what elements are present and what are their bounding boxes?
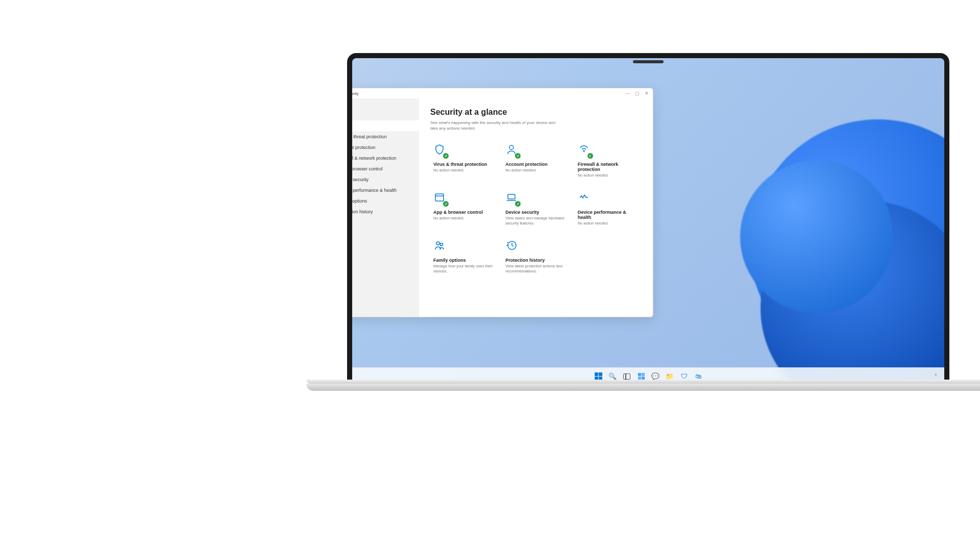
sidebar: ← ≡ ⌂Home◯Virus & threat protection◌Acco…	[347, 98, 419, 317]
card-title: App & browser control	[433, 210, 494, 215]
sidebar-item-device-security[interactable]: ▭Device security	[347, 174, 419, 185]
sidebar-item-label: Protection history	[347, 209, 373, 214]
sidebar-item-account-protection[interactable]: ◌Account protection	[347, 142, 419, 153]
sidebar-item-device-performance-health[interactable]: ♡Device performance & health	[347, 185, 419, 195]
sidebar-item-app-browser-control[interactable]: ▭App & browser control	[347, 163, 419, 174]
card-title: Device security	[505, 210, 566, 215]
card-title: Firewall & network protection	[578, 162, 639, 172]
browser-icon	[433, 191, 448, 206]
page-subtitle: See what's happening with the security a…	[430, 120, 563, 131]
sidebar-item-label: Family options	[347, 198, 367, 204]
laptop-base	[347, 380, 949, 396]
card-subtitle: No action needed.	[433, 168, 494, 173]
close-icon[interactable]: ✕	[645, 91, 649, 96]
card-title: Device performance & health	[578, 210, 639, 220]
maximize-icon[interactable]: ▢	[635, 91, 640, 96]
sidebar-item-label: Account protection	[347, 145, 376, 150]
card-device-security[interactable]: Device securityView status and manage ha…	[502, 187, 569, 230]
status-ok-badge	[515, 153, 521, 159]
card-title: Family options	[433, 258, 494, 263]
card-title: Virus & threat protection	[433, 162, 494, 167]
sidebar-item-label: Device performance & health	[347, 188, 397, 193]
screen: Windows Security ― ▢ ✕ ← ≡ ⌂Home◯Virus &…	[347, 53, 949, 385]
status-ok-badge	[515, 201, 521, 207]
card-subtitle: Manage how your family uses their device…	[433, 264, 494, 274]
card-subtitle: No action needed.	[433, 216, 494, 221]
heart-icon	[578, 191, 592, 206]
card-device-performance-health[interactable]: Device performance & healthNo action nee…	[575, 187, 642, 230]
svg-rect-2	[435, 194, 444, 201]
card-subtitle: View latest protection actions and recom…	[505, 264, 566, 274]
antenna-icon	[578, 143, 592, 158]
sidebar-item-label: Device security	[347, 177, 369, 182]
sidebar-item-label: Virus & threat protection	[347, 134, 386, 139]
page-title: Security at a glance	[430, 108, 642, 117]
svg-point-0	[509, 145, 513, 149]
windows-security-window: Windows Security ― ▢ ✕ ← ≡ ⌂Home◯Virus &…	[347, 88, 653, 317]
sidebar-item-label: App & browser control	[347, 166, 383, 171]
sidebar-item-virus-threat-protection[interactable]: ◯Virus & threat protection	[347, 131, 419, 142]
back-button[interactable]: ←	[347, 98, 419, 108]
sidebar-item-home[interactable]: ⌂Home	[347, 120, 419, 131]
shield-icon	[433, 143, 448, 158]
card-subtitle: View status and manage hardware security…	[505, 216, 566, 226]
sidebar-item-family-options[interactable]: ∞Family options	[347, 195, 419, 206]
history-icon	[505, 239, 520, 254]
titlebar[interactable]: Windows Security ― ▢ ✕	[347, 88, 653, 98]
card-app-browser-control[interactable]: App & browser controlNo action needed.	[430, 187, 497, 230]
card-firewall-network-protection[interactable]: Firewall & network protectionNo action n…	[575, 139, 642, 182]
card-family-options[interactable]: Family optionsManage how your family use…	[430, 235, 497, 278]
card-title: Protection history	[505, 258, 566, 263]
laptop-frame: Windows Security ― ▢ ✕ ← ≡ ⌂Home◯Virus &…	[347, 53, 949, 385]
sidebar-item-label: Settings	[347, 309, 352, 314]
card-subtitle: No action needed.	[578, 221, 639, 226]
card-subtitle: No action needed.	[505, 168, 566, 173]
sidebar-item-label: Firewall & network protection	[347, 156, 397, 161]
card-protection-history[interactable]: Protection historyView latest protection…	[502, 235, 569, 278]
svg-point-4	[436, 242, 439, 245]
sidebar-item-label: Home	[347, 123, 350, 129]
svg-point-1	[583, 151, 584, 152]
status-ok-badge	[443, 201, 449, 207]
svg-rect-3	[508, 194, 515, 199]
hamburger-button[interactable]: ≡	[347, 108, 419, 118]
laptop-icon	[505, 191, 520, 206]
card-title: Account protection	[505, 162, 566, 167]
taskbar-overflow-chevron[interactable]: ˄	[935, 373, 937, 379]
sidebar-item-settings[interactable]: ⚙ Settings	[347, 306, 419, 317]
family-icon	[433, 239, 448, 254]
status-ok-badge	[443, 153, 449, 159]
minimize-icon[interactable]: ―	[625, 91, 630, 96]
card-account-protection[interactable]: Account protectionNo action needed.	[502, 139, 569, 182]
person-icon	[505, 143, 520, 158]
sidebar-item-firewall-network-protection[interactable]: (·)Firewall & network protection	[347, 153, 419, 163]
main-content: Security at a glance See what's happenin…	[419, 98, 653, 317]
sidebar-item-protection-history[interactable]: ↺Protection history	[347, 206, 419, 217]
svg-point-5	[440, 243, 443, 245]
status-ok-badge	[587, 153, 593, 159]
window-title: Windows Security	[347, 91, 359, 96]
card-subtitle: No action needed.	[578, 173, 639, 178]
card-virus-threat-protection[interactable]: Virus & threat protectionNo action neede…	[430, 139, 497, 182]
